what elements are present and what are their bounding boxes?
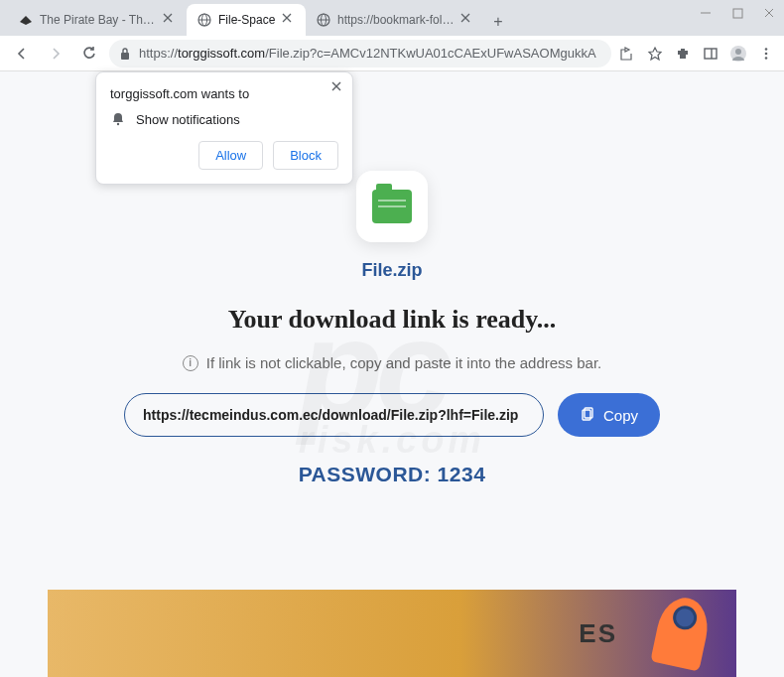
share-icon[interactable]	[617, 44, 637, 64]
rocket-icon	[650, 594, 713, 672]
prompt-permission: Show notifications	[136, 112, 240, 127]
close-window-icon[interactable]	[762, 6, 776, 20]
ad-banner[interactable]: ES	[48, 590, 736, 677]
star-icon[interactable]	[645, 44, 665, 64]
menu-icon[interactable]	[756, 44, 776, 64]
svg-point-20	[735, 49, 741, 55]
url-text: https://torggissoft.com/File.zip?c=AMCv1…	[139, 46, 601, 61]
headline: Your download link is ready...	[228, 305, 557, 335]
bell-icon	[110, 111, 126, 127]
extensions-icon[interactable]	[673, 44, 693, 64]
svg-rect-17	[705, 49, 717, 59]
browser-tab-1[interactable]: File-Space	[187, 4, 306, 36]
address-bar[interactable]: https://torggissoft.com/File.zip?c=AMCv1…	[109, 40, 611, 68]
svg-rect-1	[733, 9, 742, 18]
close-prompt-icon[interactable]	[330, 80, 342, 92]
browser-toolbar: https://torggissoft.com/File.zip?c=AMCv1…	[0, 36, 784, 71]
forward-button[interactable]	[42, 40, 69, 68]
browser-tab-2[interactable]: https://bookmark-folders.com	[306, 4, 484, 36]
svg-point-22	[765, 52, 768, 55]
lock-icon	[119, 47, 133, 61]
tab-title: https://bookmark-folders.com	[337, 13, 455, 27]
tab-strip: The Pirate Bay - The galaxy's File-Space…	[0, 0, 784, 36]
ad-text: ES	[579, 618, 617, 649]
copy-button[interactable]: Copy	[558, 393, 660, 437]
info-icon: i	[183, 355, 198, 371]
block-button[interactable]: Block	[273, 141, 338, 170]
tab-title: The Pirate Bay - The galaxy's	[40, 13, 157, 27]
close-tab-icon[interactable]	[282, 13, 296, 27]
globe-icon	[196, 12, 212, 28]
copy-icon	[580, 407, 595, 423]
sidepanel-icon[interactable]	[701, 44, 720, 64]
minimize-icon[interactable]	[699, 6, 713, 20]
file-icon	[356, 171, 428, 242]
notification-prompt: torggissoft.com wants to Show notificati…	[95, 71, 353, 185]
close-tab-icon[interactable]	[460, 13, 474, 27]
globe-icon	[316, 12, 331, 28]
svg-point-21	[765, 48, 768, 51]
hint-text: If link is not clickable, copy and paste…	[206, 354, 602, 371]
download-link-input[interactable]: https://tecmeindus.com.ec/download/File.…	[124, 393, 544, 437]
hint-row: i If link is not clickable, copy and pas…	[183, 354, 602, 371]
file-name: File.zip	[361, 260, 422, 281]
reload-button[interactable]	[75, 40, 103, 68]
tab-title: File-Space	[218, 13, 276, 27]
back-button[interactable]	[8, 40, 36, 68]
profile-icon[interactable]	[728, 44, 748, 64]
svg-point-28	[117, 123, 119, 125]
svg-point-23	[765, 57, 768, 60]
browser-tab-0[interactable]: The Pirate Bay - The galaxy's	[8, 4, 187, 36]
prompt-site: torggissoft.com wants to	[110, 86, 338, 101]
ship-icon	[18, 12, 34, 28]
password-text: PASSWORD: 1234	[299, 463, 486, 486]
allow-button[interactable]: Allow	[198, 141, 263, 170]
copy-label: Copy	[603, 407, 638, 424]
svg-rect-16	[121, 53, 129, 60]
new-tab-button[interactable]: +	[484, 8, 512, 36]
close-tab-icon[interactable]	[163, 13, 177, 27]
maximize-icon[interactable]	[730, 6, 744, 20]
